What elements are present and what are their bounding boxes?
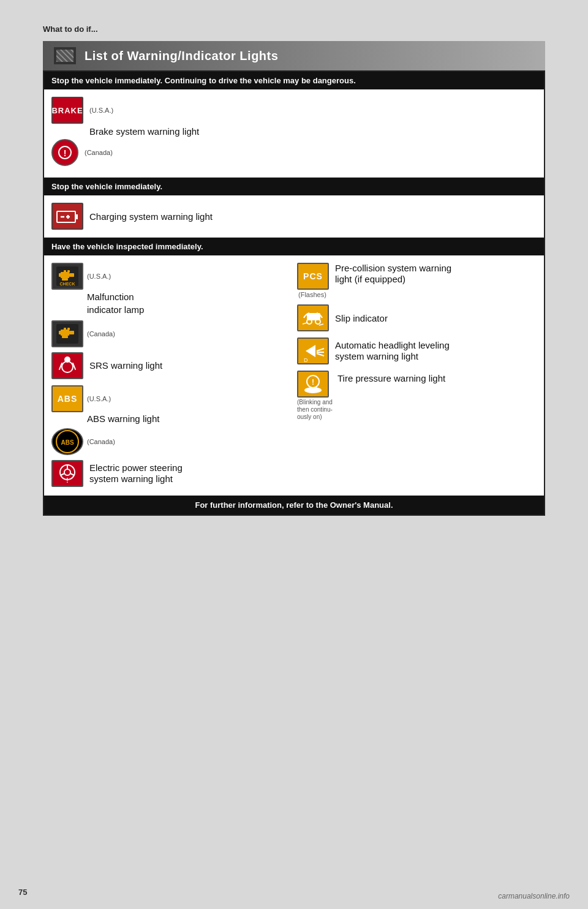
slip-desc: Slip indicator	[335, 313, 388, 323]
section-stop-content: Charging system warning light	[44, 195, 544, 238]
slip-icon	[297, 304, 329, 331]
svg-rect-10	[69, 273, 74, 277]
left-column: CHECK (U.S.A.) Malfunctionindicator lamp	[51, 263, 291, 487]
svg-line-41	[317, 353, 324, 356]
brake-desc: Brake system warning light	[89, 126, 199, 137]
tire-blink-label: (Blinking and then continu- ously on)	[297, 399, 335, 421]
svg-text:!: !	[64, 148, 67, 158]
charging-desc: Charging system warning light	[89, 211, 213, 222]
check-engine-usa-icon: CHECK	[51, 263, 83, 290]
svg-line-32	[70, 473, 74, 475]
tire-desc: Tire pressure warning light	[337, 373, 445, 383]
brake-icon-usa: BRAKE	[51, 97, 83, 124]
svg-line-37	[303, 323, 307, 324]
headlight-desc: Automatic headlight levelingsystem warni…	[335, 340, 450, 362]
svg-text:!: !	[312, 378, 314, 387]
battery-svg	[56, 208, 79, 225]
section-label: What to do if...	[43, 25, 545, 34]
svg-line-31	[61, 473, 64, 475]
eps-svg: !	[56, 462, 79, 485]
circle-exclaim-svg: !	[58, 145, 72, 160]
abs-usa-label: (U.S.A.)	[87, 395, 111, 402]
check-usa-label: (U.S.A.)	[87, 273, 111, 280]
warning-lights-table: Stop the vehicle immediately. Continuing…	[43, 70, 545, 516]
two-col-layout: CHECK (U.S.A.) Malfunctionindicator lamp	[51, 263, 537, 487]
srs-icon	[51, 352, 83, 379]
tire-pressure-svg: !	[301, 373, 325, 395]
right-column: PCS (Flashes) Pre-collision system warni…	[297, 263, 537, 487]
svg-text:D: D	[304, 357, 308, 362]
slip-svg	[301, 307, 325, 329]
list-header: List of Warning/Indicator Lights	[43, 41, 545, 70]
check-engine-usa-svg: CHECK	[56, 266, 79, 287]
svg-rect-12	[67, 270, 70, 273]
header-title: List of Warning/Indicator Lights	[85, 49, 278, 63]
abs-canada-icon: ABS	[51, 428, 83, 455]
section-stop-dangerous-content: BRAKE (U.S.A.) Brake system warning ligh…	[44, 89, 544, 178]
battery-icon	[51, 203, 83, 230]
svg-text:!: !	[66, 477, 68, 484]
svg-rect-17	[59, 331, 61, 334]
pcs-flash-label: (Flashes)	[298, 291, 326, 298]
pcs-icon: PCS	[297, 263, 329, 290]
svg-rect-21	[62, 336, 68, 338]
page-number: 75	[18, 888, 27, 897]
abs-desc: ABS warning light	[87, 413, 159, 424]
svg-rect-11	[64, 270, 66, 273]
svg-point-29	[64, 469, 70, 475]
svg-rect-19	[64, 328, 66, 330]
header-icon	[54, 47, 76, 64]
brake-icon-canada: !	[51, 139, 78, 166]
svg-point-23	[62, 361, 73, 372]
svg-rect-9	[59, 273, 61, 277]
svg-text:ABS: ABS	[61, 439, 74, 446]
svg-rect-16	[61, 330, 69, 336]
usa-label: (U.S.A.)	[89, 107, 113, 114]
abs-canada-label: (Canada)	[87, 438, 115, 445]
section-inspect-header: Have the vehicle inspected immediately.	[44, 238, 544, 255]
svg-rect-3	[75, 214, 78, 219]
canada-label: (Canada)	[85, 149, 113, 156]
footer-bar: For further information, refer to the Ow…	[44, 496, 544, 515]
check-engine-canada-svg	[56, 323, 79, 344]
check-canada-label: (Canada)	[87, 330, 115, 338]
abs-usa-icon: ABS	[51, 385, 83, 412]
abs-canada-svg: ABS	[55, 429, 80, 454]
tire-pressure-icon: !	[297, 371, 329, 398]
eps-icon: !	[51, 460, 83, 487]
eps-desc: Electric power steeringsystem warning li…	[89, 462, 183, 485]
headlight-svg: D	[301, 340, 325, 362]
section-stop-header: Stop the vehicle immediately.	[44, 178, 544, 195]
svg-rect-13	[62, 278, 68, 281]
srs-svg	[56, 355, 79, 377]
headlight-level-icon: D	[297, 338, 329, 364]
svg-rect-8	[61, 272, 69, 278]
srs-desc: SRS warning light	[89, 360, 162, 371]
malfunction-desc: Malfunctionindicator lamp	[87, 292, 144, 315]
svg-rect-18	[69, 331, 74, 334]
section-stop-dangerous-header: Stop the vehicle immediately. Continuing…	[44, 72, 544, 89]
pcs-desc: Pre-collision system warninglight (if eq…	[335, 263, 451, 284]
svg-line-39	[317, 349, 324, 351]
check-engine-canada-icon	[51, 320, 83, 347]
page-content: What to do if... List of Warning/Indicat…	[0, 0, 588, 553]
svg-line-38	[319, 324, 323, 325]
svg-rect-20	[67, 328, 70, 330]
watermark: carmanualsonline.info	[498, 892, 570, 900]
section-inspect-content: CHECK (U.S.A.) Malfunctionindicator lamp	[44, 255, 544, 496]
svg-text:CHECK: CHECK	[60, 282, 75, 286]
